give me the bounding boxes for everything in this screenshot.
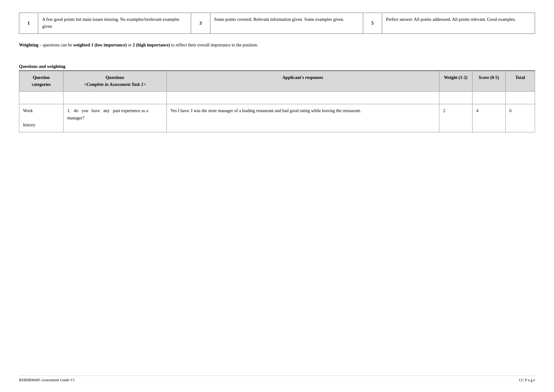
empty-cell-2 [63, 92, 166, 104]
header-responses: Applicant's responses [166, 71, 439, 92]
header-questions-sub: <Complete in Assessment Task 1> [84, 82, 146, 87]
empty-cell-3 [166, 92, 439, 104]
empty-cell-5 [472, 92, 505, 104]
weighting-label: Weighting [19, 43, 38, 47]
empty-cell-6 [505, 92, 535, 104]
row-score: 4 [472, 104, 505, 132]
table-row: Workhistory 1. do you have any past expe… [19, 104, 535, 132]
row-weight: 2 [439, 104, 472, 132]
score-5-description: Perfect answer. All points addressed. Al… [382, 13, 535, 34]
weighting-text-mid: or [127, 43, 133, 47]
score-3-number: 3 [191, 13, 210, 34]
scoring-criteria-table: 1 A few good points but main issues miss… [19, 13, 535, 34]
score-3-description: Some points covered. Relevant informatio… [210, 13, 363, 34]
header-questions-main: Questions [105, 75, 124, 80]
weighting-text-end: to reflect their overall importance to t… [170, 43, 258, 47]
weighting-text-pre: – questions can be [38, 43, 73, 47]
empty-filler-row [19, 92, 535, 104]
row-question: 1. do you have any past experience as a … [63, 104, 166, 132]
empty-cell-1 [19, 92, 63, 104]
header-questions: Questions <Complete in Assessment Task 1… [63, 71, 166, 92]
score-1-description: A few good points but main issues missin… [38, 13, 191, 34]
empty-cell-4 [439, 92, 472, 104]
footer-left-text: BSBHRM405 Assessment Guide V1 [19, 378, 75, 383]
score-1-number: 1 [19, 13, 38, 34]
weighting-bold2: 2 (high importance) [133, 43, 170, 47]
header-weight: Weight (1-2) [439, 71, 472, 92]
weighting-paragraph: Weighting – questions can be weighted 1 … [19, 41, 535, 49]
header-total: Total [505, 71, 535, 92]
section-title: Questions and weighting [19, 64, 535, 71]
rubric-table: Question categories Questions <Complete … [19, 71, 535, 132]
row-response: Yes I have. I was the store manager of a… [166, 104, 439, 132]
score-5-number: 5 [363, 13, 382, 34]
header-score: Score (0-5) [472, 71, 505, 92]
footer: BSBHRM405 Assessment Guide V1 13 | P a g… [19, 376, 535, 383]
header-category: Question categories [19, 71, 63, 92]
footer-page-number: 13 | P a g e [519, 378, 535, 383]
row-total: 6 [505, 104, 535, 132]
row-category: Workhistory [19, 104, 63, 132]
weighting-bold1: weighted 1 (low importance) [73, 43, 127, 47]
